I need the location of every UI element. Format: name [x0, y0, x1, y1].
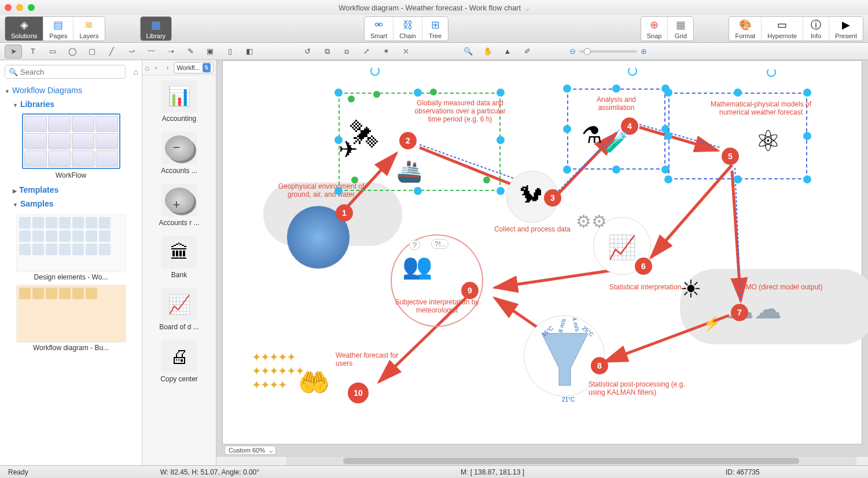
libitem-accounts-payable[interactable]: −Accounts ... [142, 127, 216, 179]
solutions-button[interactable]: ◈ Solutions [5, 17, 43, 41]
badge-10: 10 [348, 383, 369, 403]
tree-icon: ⊞ [428, 18, 442, 32]
undo-arc-tool[interactable]: ↺ [299, 45, 316, 58]
zoom-combo[interactable]: Custom 60% ⌵ [225, 446, 276, 455]
lib-home-icon[interactable]: ⌂ [145, 63, 149, 72]
libitem-accounts-receivable[interactable]: +Accounts r ... [142, 179, 216, 231]
speech-icon: ? [409, 240, 420, 250]
lib-back-icon[interactable]: ‹ [150, 62, 161, 73]
zoom-out-icon[interactable]: ⊖ [569, 47, 576, 56]
snap-icon: ⊕ [648, 18, 661, 32]
tree-templates[interactable]: Templates [0, 183, 142, 197]
lib-dropdown[interactable]: Workfl... ⇅ [174, 62, 214, 73]
arc-tool[interactable]: ⤻ [123, 45, 140, 58]
smart-icon: ⚮ [372, 18, 386, 32]
text-tool[interactable]: T [24, 45, 42, 58]
fill-tool[interactable]: ◧ [241, 45, 258, 58]
people-icon[interactable]: 👥 [402, 252, 432, 280]
rect-tool[interactable]: ▭ [44, 45, 61, 58]
line-tool[interactable]: ╱ [103, 45, 120, 58]
node-label-3: Collect and process data [486, 225, 579, 233]
connector-tool[interactable]: ⇢ [162, 45, 179, 58]
badge-5: 5 [722, 148, 739, 165]
layers-button[interactable]: ≋ Layers [73, 17, 104, 41]
library-button[interactable]: ▦ Library [141, 17, 172, 41]
zoom-tool[interactable]: 🔍 [459, 45, 477, 58]
hand-icon[interactable]: 🤲 [298, 367, 330, 398]
lightning-icon: ⚡ [703, 315, 720, 332]
speech-icon: ?!.. [431, 239, 448, 249]
lib-forward-icon[interactable]: › [162, 62, 172, 73]
node-label-2: Globally measured data and observations … [408, 99, 512, 123]
chain-button[interactable]: ⛓ Chain [393, 17, 422, 41]
libitem-bank[interactable]: 🏛Bank [142, 231, 216, 284]
rotate-handle-icon[interactable] [767, 68, 776, 77]
sun-icon[interactable]: ☀ [680, 275, 702, 303]
align-tool[interactable]: ⤢ [358, 45, 375, 58]
rotate-handle-icon[interactable] [370, 67, 380, 76]
ellipse-tool[interactable]: ◯ [64, 45, 81, 58]
rotate-tool[interactable]: ⤬ [397, 45, 414, 58]
window-title: Workflow diagram - Weather forecast - Wo… [0, 3, 868, 12]
badge-9: 9 [461, 282, 479, 299]
beaker-icon[interactable]: 🧪 [605, 130, 629, 153]
badge-3: 3 [544, 189, 561, 207]
sample-thumb-2[interactable] [16, 285, 126, 343]
present-button[interactable]: ▶ Present [829, 17, 863, 41]
horizontal-scrollbar[interactable] [216, 456, 868, 465]
info-icon: ⓘ [809, 18, 823, 32]
libitem-board[interactable]: 📈Board of d ... [142, 284, 216, 336]
curve-tool[interactable]: 〰 [142, 45, 160, 58]
search-box[interactable]: 🔍 [5, 65, 126, 79]
sample-label-1: Design elements - Wo... [0, 273, 142, 281]
stamp-tool[interactable]: ▲ [499, 45, 516, 58]
format-button[interactable]: 🎨 Format [729, 17, 762, 41]
left-panel: 🔍 ⌂ Workflow Diagrams Libraries WorkFlow… [0, 60, 142, 465]
stars-icon[interactable]: ✦✦✦✦✦✦✦✦✦✦✦✦✦✦✦ [252, 350, 304, 392]
tree-button[interactable]: ⊞ Tree [422, 17, 448, 41]
funnel-temp: 21°C [562, 396, 575, 403]
roundrect-tool[interactable]: ▢ [83, 45, 101, 58]
frame-tool[interactable]: ▯ [221, 45, 238, 58]
ungroup-tool[interactable]: ⧈ [338, 45, 355, 58]
grid-button[interactable]: ▦ Grid [668, 17, 693, 41]
home-icon[interactable]: ⌂ [130, 67, 142, 76]
eyedropper-tool[interactable]: ✐ [518, 45, 536, 58]
pen-tool[interactable]: ✎ [182, 45, 199, 58]
sample-thumb-1[interactable] [16, 214, 126, 272]
libitem-accounting[interactable]: 📊Accounting [142, 75, 216, 127]
atom-icon[interactable]: ⚛ [755, 124, 781, 158]
pages-button[interactable]: ▤ Pages [43, 17, 73, 41]
pan-tool[interactable]: ✋ [479, 45, 496, 58]
solutions-label: Solutions [11, 32, 37, 39]
rotate-handle-icon[interactable] [628, 67, 637, 76]
ship-icon[interactable]: 🚢 [396, 159, 422, 183]
scroll-thumb[interactable] [343, 458, 800, 464]
info-button[interactable]: ⓘ Info [803, 17, 829, 41]
distribute-tool[interactable]: ✶ [377, 45, 395, 58]
lib-dropdown-arrows-icon: ⇅ [203, 63, 211, 72]
canvas-paper[interactable]: Geophysical environment of ground, air, … [222, 60, 862, 444]
bucket-tool[interactable]: ▣ [201, 45, 219, 58]
flask-icon[interactable]: ⚗ [582, 122, 602, 148]
library-nav: ⌂ ‹ › Workfl... ⇅ [142, 60, 216, 75]
zoom-slider[interactable] [579, 50, 637, 53]
canvas-area[interactable]: Geophysical environment of ground, air, … [216, 60, 868, 456]
plane-icon[interactable]: ✈ [339, 136, 358, 163]
title-dropdown-icon[interactable]: ⌵ [525, 5, 529, 12]
grid-icon: ▦ [674, 18, 687, 32]
tree-libraries[interactable]: Libraries [0, 97, 142, 111]
libitem-label: Accounting [162, 115, 196, 123]
workflow-lib-thumb[interactable] [22, 113, 120, 169]
pointer-tool[interactable]: ➤ [5, 45, 22, 58]
zoom-in-icon[interactable]: ⊕ [641, 47, 647, 56]
hypernote-button[interactable]: ▭ Hypernote [762, 17, 803, 41]
tree-root[interactable]: Workflow Diagrams [0, 83, 142, 97]
snap-button[interactable]: ⊕ Snap [641, 17, 668, 41]
solutions-icon: ◈ [17, 18, 31, 32]
smart-button[interactable]: ⚮ Smart [365, 17, 393, 41]
libitem-copy-center[interactable]: 🖨Copy center [142, 336, 216, 388]
search-input[interactable] [20, 68, 122, 76]
tree-samples[interactable]: Samples [0, 197, 142, 211]
group-tool[interactable]: ⧉ [318, 45, 336, 58]
